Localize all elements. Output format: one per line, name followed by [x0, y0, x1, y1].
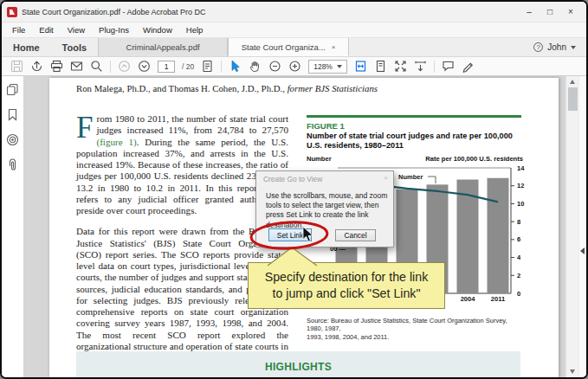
goto-page-icon[interactable]	[201, 60, 214, 73]
zoom-level-value: 128%	[313, 62, 333, 71]
x-label-2004: 2004	[461, 295, 476, 303]
comment-icon[interactable]	[442, 60, 455, 73]
search-icon[interactable]	[90, 60, 103, 73]
tab-close-icon[interactable]: ×	[332, 43, 336, 51]
document-canvas: Ron Malega, Ph.D., and Thomas H. Cohen, …	[24, 76, 565, 377]
panel-collapse-icon[interactable]	[580, 247, 585, 254]
save-button[interactable]	[10, 60, 23, 73]
single-page-icon[interactable]	[374, 60, 387, 73]
doc-tab-state-court-organization[interactable]: State Court Organiza... ×	[228, 38, 349, 56]
annotation-leader	[428, 177, 436, 183]
share-upload-icon[interactable]	[30, 60, 43, 73]
scroll-up-icon[interactable]	[570, 80, 575, 84]
figure-source: Source: Bureau of Justice Statistics, St…	[307, 317, 523, 341]
menu-window[interactable]: Window	[136, 25, 179, 35]
figure-rule	[307, 115, 521, 118]
acrobat-window: State Court Organization.pdf - Adobe Acr…	[0, 0, 588, 379]
highlights-band: HIGHLIGHTS	[76, 351, 520, 377]
right-tick-label: 10	[517, 200, 524, 208]
scroll-down-icon[interactable]	[570, 369, 575, 374]
figure-label: FIGURE 1	[307, 121, 345, 131]
dialog-title: Create Go to View	[263, 175, 322, 183]
print-button[interactable]	[50, 60, 63, 73]
left-axis-caption: Number	[307, 155, 332, 163]
highlight-pen-icon[interactable]	[462, 60, 475, 73]
figure-title: Number of state trial court judges and r…	[307, 132, 519, 151]
tab-tools[interactable]: Tools	[51, 38, 99, 56]
highlights-label: HIGHLIGHTS	[265, 361, 332, 373]
navigation-sidebar	[2, 76, 24, 377]
right-axis-caption: Rate per 100,000 U.S. residents	[425, 155, 523, 163]
bar-2011	[488, 178, 509, 293]
account-name: John	[547, 42, 566, 52]
dialog-close-icon[interactable]: ×	[384, 174, 388, 182]
hand-tool-icon[interactable]	[249, 60, 262, 73]
mouse-cursor	[302, 226, 314, 243]
window-title: State Court Organization.pdf - Adobe Acr…	[22, 8, 206, 16]
right-panel-strip	[578, 76, 586, 377]
menu-file[interactable]: File	[5, 25, 32, 35]
help-icon[interactable]: ?	[533, 42, 543, 52]
reading-mode-icon[interactable]	[414, 60, 427, 73]
author-line: Ron Malega, Ph.D., and Thomas H. Cohen, …	[76, 83, 378, 93]
x-label-2011: 2011	[491, 295, 505, 303]
doc-tab-label: CriminalAppeals.pdf	[126, 42, 200, 52]
doc-tab-criminal-appeals[interactable]: CriminalAppeals.pdf	[98, 38, 228, 56]
right-tick-label: 8	[517, 218, 520, 226]
number-annotation: Number	[398, 173, 423, 181]
select-tool-icon[interactable]	[229, 60, 242, 73]
right-tick-label: 14	[517, 164, 525, 172]
menu-help[interactable]: Help	[179, 25, 210, 35]
bookmarks-icon[interactable]	[6, 108, 19, 121]
next-page-button[interactable]	[138, 60, 151, 73]
page-thumbnails-icon[interactable]	[6, 83, 19, 96]
page-number-input[interactable]	[158, 61, 175, 73]
main-area: Ron Malega, Ph.D., and Thomas H. Cohen, …	[2, 76, 586, 377]
right-tick-label: 12	[517, 182, 524, 190]
page-total-label: / 20	[182, 62, 194, 71]
right-tick-label: 4	[517, 254, 521, 261]
right-tick-label: 6	[517, 235, 520, 243]
tab-bar: Home Tools CriminalAppeals.pdf State Cou…	[2, 38, 586, 57]
doc-tab-label: State Court Organiza...	[242, 42, 326, 52]
previous-page-button[interactable]	[118, 60, 131, 73]
cancel-button[interactable]: Cancel	[335, 229, 376, 241]
chevron-down-icon	[337, 65, 342, 68]
toolbar-separator	[434, 61, 435, 73]
fit-width-icon[interactable]	[354, 60, 367, 73]
menu-plugins[interactable]: Plug-Ins	[92, 25, 136, 35]
acrobat-icon	[7, 7, 17, 17]
instruction-callout: Specify destination for the link to jump…	[248, 262, 445, 309]
fullscreen-icon[interactable]	[394, 60, 407, 73]
account-menu[interactable]: ? John	[533, 38, 586, 56]
menu-bar: File Edit View Plug-Ins Window Help	[2, 22, 586, 38]
maximize-button[interactable]: □	[540, 3, 560, 21]
figure-1-link[interactable]: (figure 1)	[96, 137, 136, 147]
email-icon[interactable]	[70, 60, 83, 73]
destinations-icon[interactable]	[6, 133, 19, 146]
scrollbar-thumb[interactable]	[568, 87, 578, 111]
vertical-scrollbar[interactable]	[565, 76, 578, 377]
attachments-icon[interactable]	[6, 158, 19, 171]
menu-view[interactable]: View	[61, 25, 92, 35]
chevron-down-icon	[571, 46, 576, 49]
toolbar-separator	[110, 61, 111, 73]
tab-home[interactable]: Home	[2, 38, 51, 56]
toolbar: / 20 128%	[2, 57, 586, 76]
close-button[interactable]: ×	[560, 3, 581, 21]
red-highlight-ellipse	[247, 216, 333, 254]
menu-edit[interactable]: Edit	[32, 25, 60, 35]
right-tick-label: 0	[517, 290, 520, 298]
drop-cap: F	[76, 113, 96, 140]
toolbar-separator	[221, 61, 222, 73]
zoom-out-icon[interactable]	[268, 60, 281, 73]
title-bar: State Court Organization.pdf - Adobe Acr…	[2, 2, 586, 22]
zoom-level-select[interactable]: 128%	[308, 60, 347, 74]
zoom-in-icon[interactable]	[288, 60, 301, 73]
minimize-button[interactable]: –	[519, 3, 540, 21]
right-tick-label: 2	[517, 272, 520, 279]
